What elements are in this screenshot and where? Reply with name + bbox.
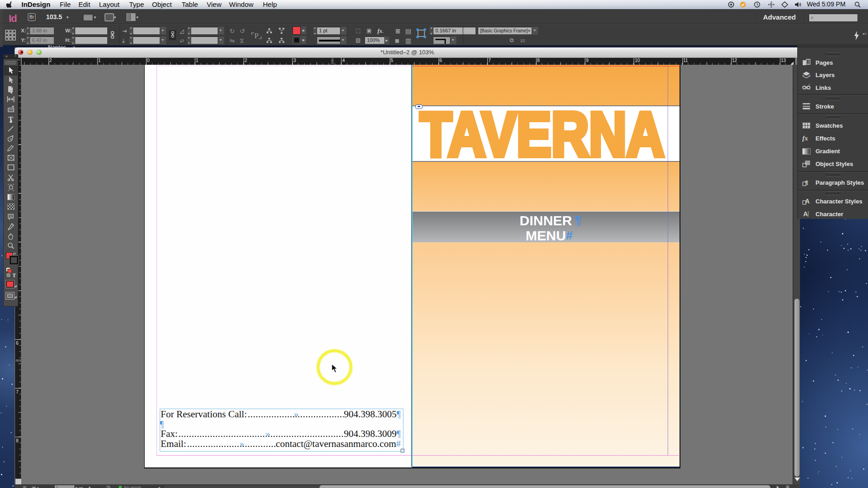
svg-text:TAVERNA: TAVERNA — [420, 106, 664, 161]
svg-text:A: A — [803, 210, 808, 218]
